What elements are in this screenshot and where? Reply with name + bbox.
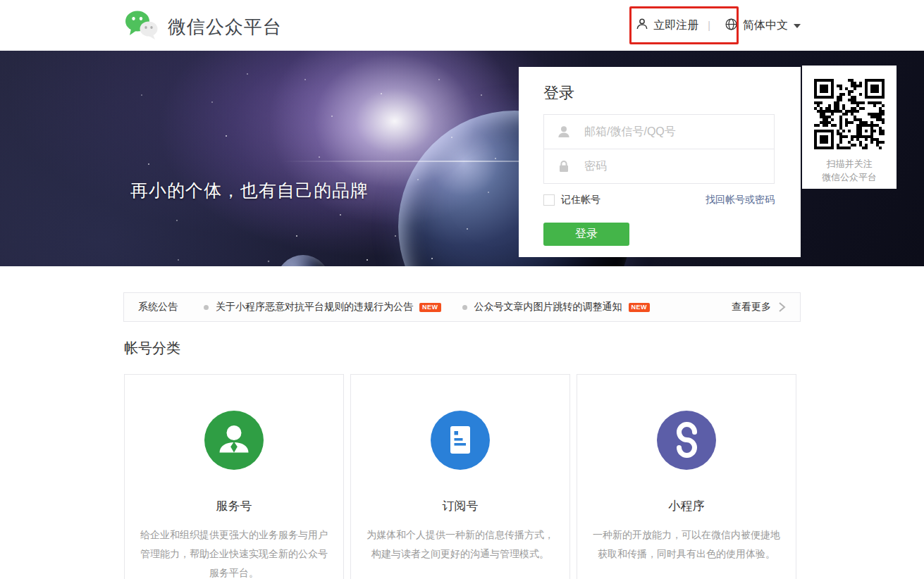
forgot-password-link[interactable]: 找回帐号或密码 [706,194,775,206]
login-title: 登录 [543,81,775,105]
register-label: 立即注册 [653,18,698,33]
login-options: 记住帐号 找回帐号或密码 [543,193,775,207]
announcement-label: 系统公告 [138,301,178,313]
star-field [0,51,1,52]
qr-caption-line2: 微信公众平台 [802,170,897,185]
login-panel: 登录 [519,67,801,257]
qr-code [811,76,887,152]
remember-account[interactable]: 记住帐号 [543,194,600,206]
account-input[interactable] [583,125,767,139]
hero-tagline: 再小的个体，也有自己的品牌 [130,179,369,202]
wechat-official-platform-page: 微信公众平台 立即注册 | [0,0,924,579]
qr-panel: 扫描并关注 微信公众平台 [802,66,897,189]
announcement-item[interactable]: 关于小程序恶意对抗平台规则的违规行为公告 NEW [204,301,441,313]
login-button[interactable]: 登录 [543,223,629,246]
bullet-icon [204,305,209,310]
logo[interactable]: 微信公众平台 [124,10,282,44]
card-subscription-account[interactable]: 订阅号 为媒体和个人提供一种新的信息传播方式，构建与读者之间更好的沟通与管理模式… [350,374,570,579]
language-label: 简体中文 [743,18,788,33]
card-service-account[interactable]: 服务号 给企业和组织提供更强大的业务服务与用户管理能力，帮助企业快速实现全新的公… [124,374,344,579]
header: 微信公众平台 立即注册 | [0,0,924,51]
mini-program-icon [657,411,716,470]
password-input[interactable] [583,159,767,173]
page-title: 微信公众平台 [168,15,282,39]
remember-label: 记住帐号 [561,194,600,206]
announcement-item[interactable]: 公众号文章内图片跳转的调整通知 NEW [462,301,651,313]
qr-caption-line1: 扫描并关注 [802,156,897,171]
globe-icon [725,18,737,33]
subscription-account-icon [431,411,490,470]
register-link[interactable]: 立即注册 [631,18,698,33]
announcement-bar: 系统公告 关于小程序恶意对抗平台规则的违规行为公告 NEW 公众号文章内图片跳转… [123,292,801,322]
login-input-group [543,114,775,184]
chevron-right-icon [778,301,786,313]
person-icon [557,125,571,139]
language-switch[interactable]: 简体中文 [720,18,801,33]
new-badge: NEW [629,303,651,312]
card-mini-program[interactable]: 小程序 一种新的开放能力，可以在微信内被便捷地获取和传播，同时具有出色的使用体验… [577,374,796,579]
section-title-account-categories: 帐号分类 [124,339,180,358]
account-row [544,115,774,149]
remember-checkbox[interactable] [543,194,555,206]
service-account-icon [204,411,264,470]
account-category-cards: 服务号 给企业和组织提供更强大的业务服务与用户管理能力，帮助企业快速实现全新的公… [124,374,796,579]
view-more-link[interactable]: 查看更多 [732,301,786,313]
password-row [544,149,774,183]
new-badge: NEW [419,303,441,312]
lock-icon [557,159,571,173]
person-icon [636,18,648,33]
chevron-down-icon [794,24,801,28]
bullet-icon [462,305,467,310]
header-separator: | [708,20,710,31]
wechat-logo-icon [124,10,159,44]
header-actions: 立即注册 | 简体中文 [631,0,801,51]
